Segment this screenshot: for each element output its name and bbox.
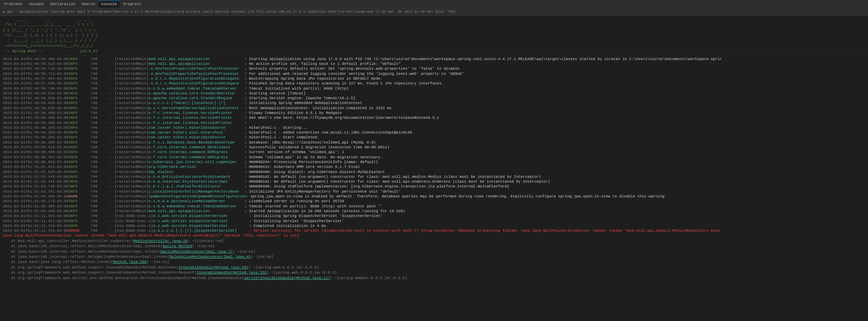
stack-link[interactable]: ServletInvocableHandlerMethod.java:117 [244,276,330,280]
green-status-dot: ● [3,10,5,14]
log-message: : HHH000182: No default (no-argument) co… [244,179,865,184]
log-message: : Initializing Servlet 'dispatcherServle… [249,219,865,223]
log-sep: --- [108,194,114,199]
log-sep: --- [108,140,114,145]
log-level: INFO [68,170,91,174]
log-level: INFO [68,125,91,130]
log-sep: --- [108,115,114,120]
log-thread: [restartedMain] [114,76,148,81]
spring-boot-header: . ____ _ __ _ _ /\\ / ___'_ __ _ _(_)_ _… [0,16,868,56]
log-class: c.b.t.j.p.i.JtaPlatformInitiator [148,184,244,189]
log-level: INFO [68,219,91,223]
log-class: .s.d.r.c.RepositoryConfigurationDelegate [148,81,244,86]
log-message: : Flyway Community Edition 9.5.1 by Redg… [244,111,865,115]
log-level: INFO [68,121,91,125]
title-bar: ● api - ApiApplication [Spring Boot App]… [0,8,868,16]
log-class: o.f.core.internal.command.DbValidate [148,145,244,150]
log-class: o.f.core.internal.command.DbMigrate [148,155,244,160]
stack-link[interactable]: InvocableHandlerMethod.java:207 [178,265,249,270]
console-output[interactable]: 2023-03-01T01:49:55.490-03:00 INFO 740 -… [0,56,868,321]
log-message: : HHH000400: Using dialect: org.hibernat… [244,170,865,174]
log-timestamp: 2023-03-01T01:50:00.451-03:00 [3,155,68,160]
log-thread: [restartedMain] [114,184,148,189]
log-level: INFO [68,160,91,164]
log-tid: 740 [91,106,108,111]
log-sep: --- [108,164,114,169]
log-line: 2023-03-01T01:51:01.636-03:00 INFO 740 -… [0,170,868,174]
log-tid: 740 [91,71,108,76]
log-sep: --- [108,81,114,86]
stack-link[interactable]: InvocableHandlerMethod.java:152 [196,271,267,275]
log-sep: --- [108,150,114,154]
log-sep: --- [108,101,114,105]
log-line: 2023-03-01T01:49:55.713-03:00 INFO 740 -… [0,71,868,76]
log-tid: 740 [91,66,108,71]
log-sep: --- [108,228,114,233]
tab-javadoc[interactable]: Javadoc [26,0,47,8]
log-thread: [restartedMain] [114,135,148,140]
log-tid: 740 [91,170,108,174]
log-message: : HHH000182: No default (no-argument) co… [244,174,865,179]
log-timestamp: 2023-03-01T01:49:59.036-03:00 [3,106,68,111]
log-message: : [244,121,865,125]
log-message: : HHH000412: Hibernate ORM core version … [244,164,865,169]
log-level: INFO [68,145,91,150]
log-class: w.s.c.ServletWebServerApplicationContext [148,106,244,111]
log-timestamp: 2023-03-01T01:51:03.345-03:00 [3,174,68,179]
log-thread: [restartedMain] [114,121,148,125]
log-class: .e.DevToolsPropertyDefaultsPostProcessor [148,66,244,71]
log-sep: --- [108,204,114,209]
log-tid: 740 [91,125,108,130]
log-message: : spring.jpa.open-in-view is enabled by … [246,194,865,199]
log-level: INFO [68,76,91,81]
stack-link[interactable]: DelegatingMethodAccessorImpl.java:43 [169,255,251,259]
log-line: 2023-03-01T01:49:59.036-03:00 INFO 740 -… [0,106,868,111]
stack-link[interactable]: Native Method [162,244,192,248]
log-timestamp: 2023-03-01T01:51:11.416-03:00 [3,223,68,228]
log-thread: [restartedMain] [114,101,148,105]
log-class: med.voll.api.ApiApplication [148,61,244,66]
log-thread: [restartedMain] [114,66,148,71]
log-thread: [restartedMain] [114,71,148,76]
log-line: 2023-03-01T01:51:11.416-03:00 INFO 740 -… [0,223,868,228]
log-level: INFO [68,101,91,105]
log-line: 2023-03-01T01:50:00.410-03:00 INFO 740 -… [0,145,868,150]
log-sep: --- [108,125,114,130]
tab-progress[interactable]: Progress [120,0,144,8]
log-line: 2023-03-01T01:50:00.290-03:00 INFO 740 -… [0,140,868,145]
exception-type[interactable]: java.lang.NullPointerException: Cannot i… [0,233,868,238]
log-sep: --- [108,61,114,66]
log-class: o.h.m.EntityInstantiatorPojoStandard [148,174,244,179]
log-tid: 740 [91,145,108,150]
tab-search[interactable]: Search [79,0,98,8]
log-sep: --- [108,209,114,214]
log-thread: [restartedMain] [114,150,148,154]
log-message: : Initializing Spring DispatcherServlet … [249,214,865,218]
log-line: 2023-03-01T01:51:11.411-03:00 INFO 740 -… [0,219,868,223]
tab-problems[interactable]: Problems [1,0,25,8]
log-sep: --- [108,57,114,61]
log-thread: [restartedMain] [114,164,148,169]
tab-console-label: Console [101,2,117,6]
log-timestamp: 2023-03-01T01:51:11.411-03:00 [3,219,68,223]
log-line: 2023-03-01T01:51:03.345-03:00 INFO 740 -… [0,174,868,179]
log-level: INFO [68,61,91,66]
stack-frame: at java.base/jdk.internal.reflect.Native… [0,244,868,249]
log-thread: [restartedMain] [114,189,148,194]
tab-console[interactable]: Console [98,0,120,8]
stack-link[interactable]: NativeMethodAccessorImpl.java:77 [160,250,233,254]
log-message: : For additional web related logging con… [244,71,865,76]
log-tid: 740 [91,76,108,81]
log-sep: --- [108,76,114,81]
log-message: : Current version of schema 'vollmed_api… [244,150,865,154]
log-level: INFO [68,223,91,228]
stack-link[interactable]: Method.java:568 [113,260,147,264]
stack-link[interactable]: MedicoController.java:26 [133,239,187,243]
log-message: : HikariPool-1 - Added connection com.my… [244,130,865,135]
tab-declaration[interactable]: Declaration [48,0,78,8]
log-line: 2023-03-01T01:51:03.441-03:00 INFO 740 -… [0,179,868,184]
log-thread: [restartedMain] [114,179,148,184]
log-class: .e.DevToolsPropertyDefaultsPostProcessor [148,71,244,76]
log-level: INFO [68,199,91,204]
log-thread: [nio-8080-exec-1] [114,214,153,218]
